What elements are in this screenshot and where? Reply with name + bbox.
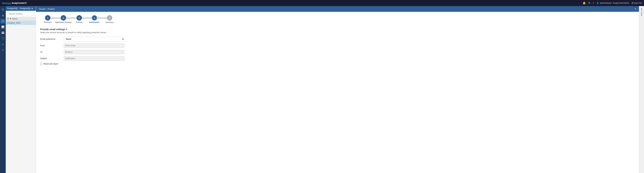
signout-icon: ⏻ [632, 2, 634, 4]
email-preference-label: Email preference [40, 38, 64, 40]
list-header-flag: ⚑ [10, 18, 12, 20]
stepper: 1 Resource 2 Application Settings 3 Poli… [40, 15, 635, 23]
details-label: Details [641, 11, 642, 16]
plugin-label: PostgreSQL [7, 7, 18, 9]
breadcrumb: Cluster - Protect [39, 8, 54, 10]
plugin-dropdown[interactable]: PostgreSQL [19, 7, 34, 10]
email-preference-select[interactable]: Never On Failure On Warning Always [64, 37, 124, 41]
from-label: From [40, 44, 64, 47]
from-row: From [40, 43, 635, 48]
left-panel-header: PostgreSQL PostgreSQL [6, 6, 36, 11]
user-info: 👤 administrator SnapCenterAdmin [596, 2, 629, 4]
step-circle-1: 1 [45, 15, 50, 20]
search-input[interactable] [7, 12, 34, 16]
shield-nav-icon[interactable]: 🛡 [0, 19, 5, 23]
nav-right: 🔔 ✉ ? 👤 administrator SnapCenterAdmin ⏻ … [583, 1, 642, 4]
step-1: 1 Resource [40, 15, 55, 23]
netapp-logo: NetApp [2, 2, 11, 4]
step-label-2: Application Settings [55, 21, 72, 23]
app-name: SnapCenter® [12, 2, 27, 4]
to-row: To [40, 50, 635, 54]
attach-job-checkbox[interactable] [40, 63, 42, 65]
step-4: 4 Notification [87, 15, 102, 23]
main-body: 1 Resource 2 Application Settings 3 Poli… [36, 12, 639, 173]
user-icon: 👤 [596, 2, 599, 4]
close-button[interactable]: × [635, 7, 636, 10]
layout: ☰ ⊞ 🛡 📊 📅 ⬡ ≡ ⚠ PostgreSQL PostgreSQL ☰ … [0, 6, 644, 173]
menu-nav-icon[interactable]: ☰ [0, 7, 5, 12]
to-input[interactable] [64, 50, 124, 54]
email-preference-row: Email preference Never On Failure On War… [40, 37, 635, 41]
chart-nav-icon[interactable]: 📊 [0, 25, 5, 29]
details-icon[interactable]: ℹ [641, 7, 642, 11]
help-icon[interactable]: ? [593, 2, 594, 4]
step-label-4: Notification [89, 21, 100, 23]
grid-nav-icon[interactable]: ⊞ [0, 13, 5, 18]
info-icon[interactable]: ℹ [66, 28, 67, 31]
left-panel: PostgreSQL PostgreSQL ☰ ⚑ Name postgres_… [6, 6, 36, 173]
list-icon: ☰ [7, 18, 9, 20]
main-content: Cluster - Protect × 1 Resource 2 Applica… [36, 6, 639, 173]
nav-left: NetApp SnapCenter® [2, 2, 27, 4]
step-label-3: Policies [76, 21, 82, 23]
search-box-wrap [6, 11, 36, 17]
node-nav-icon[interactable]: ⬡ [0, 36, 5, 41]
attach-job-report-row: Attach job report [40, 63, 635, 65]
mail-icon[interactable]: ✉ [588, 1, 590, 4]
list-item[interactable]: postgres_5432 [6, 21, 36, 25]
section-title: Provide email settings ℹ [40, 28, 635, 31]
list-col-name: Name [12, 18, 18, 20]
icon-sidebar: ☰ ⊞ 🛡 📊 📅 ⬡ ≡ ⚠ [0, 6, 6, 173]
bell-icon[interactable]: 🔔 [583, 1, 586, 4]
top-navbar: NetApp SnapCenter® 🔔 ✉ ? 👤 administrator… [0, 0, 644, 6]
step-circle-2: 2 [61, 15, 66, 20]
details-panel: ℹ Details [639, 6, 644, 173]
step-label-1: Resource [44, 21, 52, 23]
list-nav-icon[interactable]: ≡ [0, 42, 5, 46]
step-3: 3 Policies [72, 15, 87, 23]
alert-nav-icon[interactable]: ⚠ [0, 47, 5, 52]
subject-row: Subject [40, 56, 635, 61]
brand: NetApp SnapCenter® [2, 2, 27, 4]
main-header: Cluster - Protect × [36, 6, 639, 12]
step-circle-3: 3 [76, 15, 82, 20]
section-subtitle: Select the service accounts or people to… [40, 31, 635, 34]
user-name: administrator [600, 2, 612, 4]
step-label-5: Summary [106, 21, 114, 23]
signout-button[interactable]: ⏻ Sign Out [632, 2, 642, 4]
step-2: 2 Application Settings [55, 15, 72, 23]
calendar-nav-icon[interactable]: 📅 [0, 30, 5, 35]
subject-label: Subject [40, 57, 64, 60]
list-header: ☰ ⚑ Name [6, 17, 36, 21]
step-5: 5 Summary [102, 15, 117, 23]
step-circle-5: 5 [107, 15, 112, 20]
signout-label: Sign Out [634, 2, 642, 4]
attach-job-label: Attach job report [43, 63, 58, 65]
step-circle-4: 4 [92, 15, 97, 20]
to-label: To [40, 51, 64, 53]
admin-name: SnapCenterAdmin [613, 2, 629, 4]
subject-input[interactable] [64, 56, 124, 61]
from-input[interactable] [64, 43, 124, 48]
